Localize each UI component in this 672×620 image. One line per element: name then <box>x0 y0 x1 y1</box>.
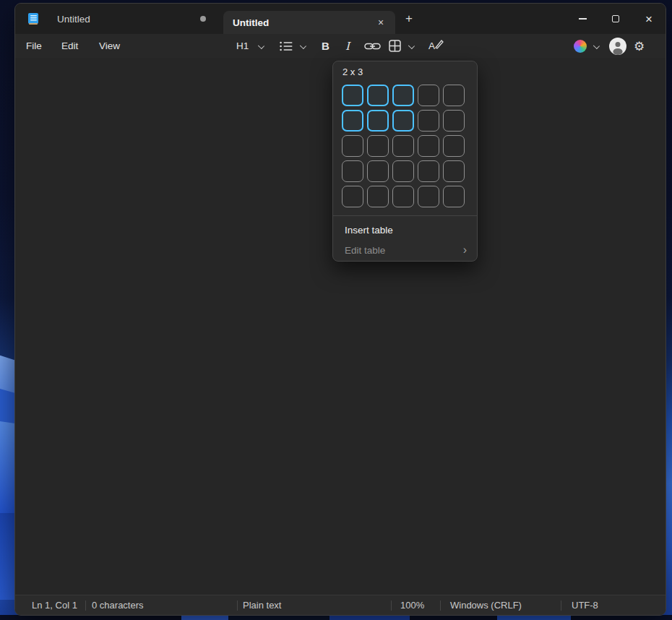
table-size-cell[interactable] <box>392 186 414 207</box>
chevron-down-icon <box>300 43 306 49</box>
table-size-cell[interactable] <box>342 186 363 207</box>
table-size-cell[interactable] <box>443 85 465 106</box>
maximize-button[interactable] <box>599 4 632 34</box>
unsaved-dot-icon <box>200 16 206 22</box>
menu-file[interactable]: File <box>26 34 42 58</box>
chevron-down-icon <box>258 43 264 49</box>
new-tab-button[interactable]: + <box>401 11 417 27</box>
table-size-grid <box>342 85 465 207</box>
status-document-format: Plain text <box>243 595 281 615</box>
table-size-cell[interactable] <box>418 186 439 207</box>
chevron-right-icon: › <box>463 244 467 256</box>
table-size-cell[interactable] <box>342 160 363 182</box>
link-button[interactable] <box>364 34 381 58</box>
notepad-window: Untitled Untitled × + × File Edit View H… <box>14 3 666 616</box>
table-dropdown-menu: 2 x 3 Insert table Edit table › <box>332 61 478 262</box>
status-divider <box>85 600 86 611</box>
status-bar: Ln 1, Col 1 0 characters Plain text 100%… <box>15 595 665 615</box>
notepad-app-icon <box>27 12 40 25</box>
table-size-cell[interactable] <box>367 160 389 182</box>
wallpaper-bottom-strip <box>0 615 672 620</box>
link-icon <box>364 41 381 51</box>
table-size-cell[interactable] <box>342 85 363 106</box>
insert-table-label: Insert table <box>345 225 393 236</box>
table-button[interactable] <box>389 34 401 58</box>
table-dimension-label: 2 x 3 <box>343 66 363 77</box>
table-size-cell[interactable] <box>392 135 414 157</box>
chevron-down-icon <box>408 43 414 49</box>
table-size-cell[interactable] <box>418 110 439 132</box>
status-divider <box>561 600 561 611</box>
status-encoding: UTF-8 <box>572 595 598 615</box>
clear-formatting-pen-icon <box>434 39 444 49</box>
menu-edit[interactable]: Edit <box>61 34 78 58</box>
minimize-button[interactable] <box>566 4 599 34</box>
desktop-background: Untitled Untitled × + × File Edit View H… <box>0 0 672 620</box>
menu-view[interactable]: View <box>99 34 120 58</box>
status-divider <box>237 600 238 611</box>
table-size-cell[interactable] <box>342 135 363 157</box>
copilot-button[interactable] <box>574 34 587 58</box>
table-size-cell[interactable] <box>367 85 389 106</box>
heading-style-button[interactable]: H1 <box>236 34 249 58</box>
edit-table-item[interactable]: Edit table › <box>333 240 477 260</box>
maximize-icon <box>612 15 619 22</box>
copilot-icon <box>574 40 587 53</box>
copilot-dropdown-button[interactable] <box>593 34 599 58</box>
table-size-cell[interactable] <box>367 110 389 132</box>
table-size-cell[interactable] <box>418 160 439 182</box>
close-icon: × <box>645 13 652 25</box>
italic-button[interactable]: I <box>345 34 350 58</box>
toolbar: File Edit View H1 B I <box>15 34 665 58</box>
table-dropdown-button[interactable] <box>408 34 414 58</box>
edit-table-label: Edit table <box>345 245 385 256</box>
menu-divider <box>333 215 477 216</box>
titlebar: Untitled Untitled × + × <box>15 4 665 34</box>
bold-button[interactable]: B <box>322 34 329 58</box>
settings-button[interactable]: ⚙ <box>634 34 645 58</box>
status-zoom-level: 100% <box>400 595 424 615</box>
account-avatar-icon <box>609 38 626 55</box>
close-tab-icon[interactable]: × <box>374 15 388 30</box>
table-size-cell[interactable] <box>443 110 465 132</box>
status-divider <box>391 600 392 611</box>
table-size-cell[interactable] <box>367 186 389 207</box>
account-button[interactable] <box>609 34 626 58</box>
minimize-icon <box>579 18 587 19</box>
close-window-button[interactable]: × <box>632 4 665 34</box>
status-character-count: 0 characters <box>92 595 144 615</box>
gear-icon: ⚙ <box>634 39 645 53</box>
table-size-cell[interactable] <box>443 135 465 157</box>
table-size-cell[interactable] <box>342 110 363 132</box>
table-size-cell[interactable] <box>392 110 414 132</box>
list-button[interactable] <box>280 34 293 58</box>
table-size-cell[interactable] <box>367 135 389 157</box>
status-divider <box>440 600 441 611</box>
tab-untitled-active[interactable]: Untitled × <box>223 11 395 34</box>
status-line-ending: Windows (CRLF) <box>450 595 522 615</box>
heading-dropdown-button[interactable] <box>258 34 264 58</box>
chevron-down-icon <box>593 43 599 49</box>
tab-untitled-inactive[interactable]: Untitled <box>44 4 223 34</box>
tab-label: Untitled <box>57 14 90 25</box>
window-controls: × <box>566 4 665 34</box>
clear-formatting-button[interactable]: A <box>428 34 666 58</box>
table-size-cell[interactable] <box>392 160 414 182</box>
insert-table-item[interactable]: Insert table <box>333 220 477 240</box>
table-size-cell[interactable] <box>392 85 414 106</box>
status-cursor-position: Ln 1, Col 1 <box>32 595 77 615</box>
table-icon <box>389 40 401 52</box>
table-size-cell[interactable] <box>443 186 465 207</box>
bulleted-list-icon <box>280 41 293 51</box>
table-size-cell[interactable] <box>418 85 439 106</box>
tab-label: Untitled <box>233 17 269 28</box>
list-dropdown-button[interactable] <box>300 34 306 58</box>
table-size-cell[interactable] <box>418 135 439 157</box>
table-size-cell[interactable] <box>443 160 465 182</box>
